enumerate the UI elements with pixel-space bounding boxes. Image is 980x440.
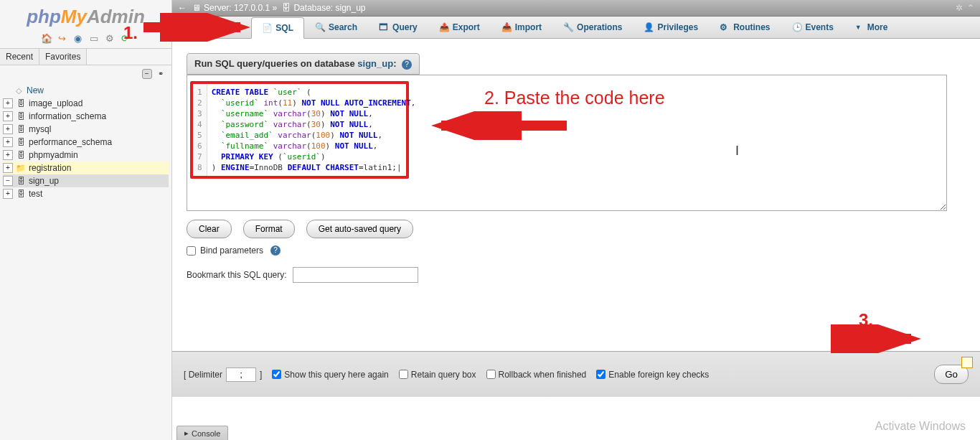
tree-db[interactable]: +🗄test: [3, 187, 169, 200]
tab-search[interactable]: 🔍Search: [304, 17, 368, 38]
db-label: information_schema: [29, 111, 106, 121]
db-icon: 🗄: [15, 189, 27, 199]
gear-icon[interactable]: ✲: [956, 3, 963, 13]
retain-label: Retain query box: [411, 370, 476, 380]
help-icon[interactable]: ?: [270, 245, 281, 256]
server-link[interactable]: 127.0.0.1: [234, 3, 270, 13]
settings-icon[interactable]: ⚙: [103, 32, 116, 44]
clear-button[interactable]: Clear: [187, 220, 232, 238]
server-label: Server:: [204, 3, 232, 13]
tab-events[interactable]: 🕒Events: [781, 17, 844, 38]
code-area[interactable]: CREATE TABLE `user` ( `userid` int(11) N…: [207, 84, 420, 176]
search-icon: 🔍: [315, 22, 325, 32]
console-label: Console: [192, 429, 220, 438]
docs-icon[interactable]: ◉: [72, 32, 85, 44]
expand-icon[interactable]: +: [3, 189, 13, 199]
sql-tab-icon: 📄: [262, 23, 272, 33]
home-icon[interactable]: 🏠: [40, 32, 53, 44]
delimiter-input[interactable]: [226, 368, 256, 382]
logo-php: php: [27, 6, 61, 27]
tab-import[interactable]: 📥Import: [491, 17, 552, 38]
logout-icon[interactable]: ↪: [56, 32, 69, 44]
tree-db[interactable]: +🗄image_upload: [3, 97, 169, 110]
db-icon: 🗄: [15, 111, 27, 121]
db-tree: ◇New +🗄image_upload +🗄information_schema…: [0, 83, 171, 440]
expand-icon[interactable]: +: [3, 150, 13, 160]
sql-icon[interactable]: ▭: [88, 32, 100, 44]
tab-label: Export: [453, 22, 480, 32]
rollback-checkbox[interactable]: [486, 370, 496, 379]
db-label-bc: Database:: [293, 3, 333, 13]
tab-routines[interactable]: ⚙Routines: [709, 17, 781, 38]
fk-check[interactable]: Enable foreign key checks: [596, 370, 709, 380]
tab-label: More: [867, 22, 888, 32]
tab-more[interactable]: ▼More: [844, 17, 899, 38]
new-db-icon: ◇: [13, 85, 24, 95]
tree-new[interactable]: ◇New: [3, 84, 169, 97]
db-label: image_upload: [29, 98, 83, 108]
operations-icon: 🔧: [563, 22, 573, 32]
expand-icon[interactable]: +: [3, 163, 13, 173]
link-icon[interactable]: ⚭: [156, 70, 166, 80]
expand-icon[interactable]: −: [3, 176, 13, 186]
bookmark-input[interactable]: [293, 267, 418, 283]
show-again-check[interactable]: Show this query here again: [272, 370, 388, 380]
sql-header: Run SQL query/queries on database sign_u…: [187, 53, 420, 75]
sql-header-db[interactable]: sign_up: [357, 58, 393, 69]
tab-export[interactable]: 📤Export: [428, 17, 491, 38]
db-icon: 🗄: [15, 98, 27, 108]
format-button[interactable]: Format: [243, 220, 295, 238]
expand-icon[interactable]: +: [3, 124, 13, 134]
tree-db[interactable]: +🗄performance_schema: [3, 136, 169, 149]
help-icon[interactable]: ?: [402, 60, 412, 70]
folder-small-icon[interactable]: [961, 357, 973, 368]
chevron-down-icon: ▼: [855, 24, 862, 31]
autosaved-button[interactable]: Get auto-saved query: [306, 220, 413, 238]
events-icon: 🕒: [792, 22, 802, 32]
console-tab[interactable]: ▸ Console: [176, 426, 228, 440]
tab-privileges[interactable]: 👤Privileges: [633, 17, 709, 38]
tab-label: SQL: [275, 23, 293, 33]
tree-db-selected[interactable]: −🗄sign_up: [3, 174, 169, 187]
tab-query[interactable]: 🗔Query: [368, 17, 428, 38]
db-label: performance_schema: [29, 137, 112, 147]
rollback-label: Rollback when finished: [499, 370, 587, 380]
delimiter-box: [ Delimiter ]: [184, 368, 262, 382]
privileges-icon: 👤: [644, 22, 654, 32]
tab-operations[interactable]: 🔧Operations: [552, 17, 633, 38]
db-icon: 🗄: [15, 137, 27, 147]
logo-my: My: [61, 6, 87, 27]
bind-params-row: Bind parameters ?: [187, 245, 966, 256]
tab-sql[interactable]: 📄SQL: [251, 17, 304, 39]
db-link[interactable]: sign_up: [336, 3, 366, 13]
tree-db[interactable]: +🗄mysql: [3, 123, 169, 136]
sql-header-prefix: Run SQL query/queries on database: [194, 58, 357, 69]
sidebar: phpMyAdmin 🏠 ↪ ◉ ▭ ⚙ ⟳ Recent Favorites …: [0, 0, 172, 440]
back-icon[interactable]: ←: [178, 3, 187, 13]
expand-up-icon[interactable]: ⌃: [967, 3, 974, 13]
show-again-label: Show this query here again: [284, 370, 388, 380]
bind-params-checkbox[interactable]: [187, 246, 196, 256]
db-label: phpmyadmin: [29, 150, 78, 160]
console-icon: ▸: [184, 429, 189, 438]
expand-icon[interactable]: +: [3, 98, 13, 108]
recent-tab[interactable]: Recent: [0, 49, 39, 65]
rollback-check[interactable]: Rollback when finished: [486, 370, 587, 380]
export-icon: 📤: [439, 22, 449, 32]
retain-checkbox[interactable]: [399, 370, 408, 379]
db-label: test: [29, 189, 42, 199]
db-icon: 📁: [15, 163, 27, 173]
expand-icon[interactable]: +: [3, 111, 13, 121]
collapse-all-icon[interactable]: −: [142, 69, 152, 79]
sql-header-suffix: :: [393, 58, 396, 69]
tree-db[interactable]: +🗄phpmyadmin: [3, 149, 169, 162]
collapse-controls: − ⚭: [0, 65, 171, 83]
expand-icon[interactable]: +: [3, 137, 13, 147]
tree-db[interactable]: +🗄information_schema: [3, 110, 169, 123]
line-gutter: 12345678: [193, 84, 207, 176]
show-again-checkbox[interactable]: [272, 370, 281, 379]
fk-checkbox[interactable]: [596, 370, 606, 379]
tree-db[interactable]: +📁registration: [3, 162, 169, 174]
retain-check[interactable]: Retain query box: [399, 370, 476, 380]
favorites-tab[interactable]: Favorites: [39, 49, 87, 65]
